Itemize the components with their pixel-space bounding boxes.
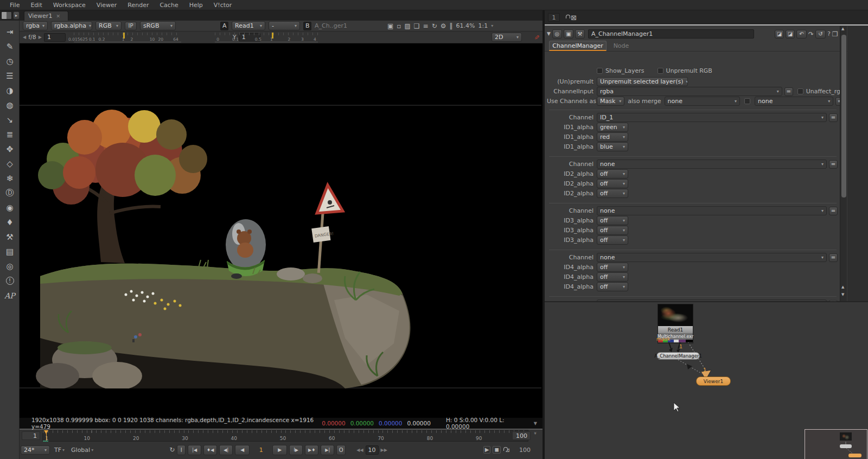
stack-icon[interactable]: ≡ [423,23,429,29]
toolbar-metadata-icon[interactable]: ♦ [0,215,20,229]
undo-icon[interactable]: ↶ [796,30,807,39]
playhead[interactable] [44,430,49,441]
toolbar-particles-icon[interactable]: ❄ [0,171,20,186]
refresh-icon[interactable]: ↻ [432,23,437,29]
next-keyframe-button[interactable]: ▶♦ [305,445,318,455]
range-end-input[interactable]: 100 [512,431,531,440]
toolbar-other-icon[interactable]: ▤ [0,244,20,259]
merge-checkbox[interactable] [744,98,750,104]
id4-alpha-select[interactable]: off▾ [597,263,628,272]
use-channels-select[interactable]: Mask▾ [597,97,624,106]
channel4-menu-button[interactable]: = [829,253,838,262]
scroll-down-icon[interactable]: ▼ [841,293,844,297]
also-merge-select[interactable]: none▾ [665,97,740,106]
float-panel-icon[interactable]: ❐ [832,31,838,37]
tab-channelmanager[interactable]: ChannelManager [549,41,607,51]
unaffect-rgb-checkbox[interactable] [797,88,803,94]
frame-ruler[interactable]: 1 10 20 30 40 50 60 70 80 90 100 [42,430,528,442]
input-a-select[interactable]: Read1▾ [232,21,265,30]
menu-workspace[interactable]: Workspace [48,2,91,9]
merge-with-select[interactable]: none▾ [755,97,833,106]
viewer-canvas[interactable]: DANGER! [20,43,542,418]
scroll-up-icon[interactable]: ▲ [841,27,844,31]
toolbar-filter-icon[interactable]: ◍ [0,98,20,112]
input-b-select[interactable]: A_Ch..ger1 [315,22,356,29]
toolbar-merge-icon[interactable]: ≣ [0,127,20,142]
toolbar-keyer-icon[interactable]: ↘ [0,112,20,127]
fstop-label[interactable]: f/8 [28,34,36,41]
channel1-select[interactable]: ID_1▾ [597,113,827,122]
id2-alpha-select[interactable]: off▾ [597,179,628,188]
scrollbar-thumb[interactable] [841,35,846,197]
properties-scrollbar[interactable]: ▲ ▲ ▼ [840,26,847,301]
wipe-mode-select[interactable]: -▾ [269,21,300,30]
lut-select[interactable]: sRGB▾ [140,21,176,30]
frame-range-scope-select[interactable]: Global▾ [69,447,95,454]
prev-keyframe-button[interactable]: ♦◀ [203,445,217,455]
channel-input-menu-button[interactable]: = [784,87,793,96]
id2-alpha-select[interactable]: off▾ [597,169,628,178]
id1-alpha-select[interactable]: red▾ [597,132,628,142]
fps-select[interactable]: 24*▾ [21,445,50,455]
tab-close-icon[interactable]: ✕ [56,14,60,19]
pane-layout-button[interactable] [1,11,12,20]
gl-color-swatch[interactable]: ◪ [786,30,795,39]
prev-frame-button[interactable]: ◀| [219,445,233,455]
unpremult-rgb-checkbox[interactable] [658,68,663,74]
channel2-menu-button[interactable]: = [829,160,838,169]
monitor-out-icon[interactable]: ▣ [387,23,393,29]
play-backward-button[interactable]: ◀ [235,445,250,455]
gamma-slider-handle[interactable] [272,33,273,39]
fstop-next-icon[interactable]: ▶ [39,35,42,40]
unpremult-select[interactable]: Unpremult selected layer(s)▾ [597,77,688,86]
toolbar-channel-icon[interactable]: ☰ [0,68,20,83]
step-forward-button[interactable]: I▶ [289,445,303,455]
pause-icon[interactable]: ‖ [449,23,452,29]
close-all-panels-icon[interactable]: ⊠ [571,14,577,21]
id4-alpha-select[interactable]: off▾ [597,282,628,291]
menu-viewer[interactable]: Viewer [91,2,122,9]
id1-alpha-select[interactable]: blue▾ [597,142,628,151]
goto-start-button[interactable]: |◀ [188,445,201,455]
channel2-select[interactable]: none▾ [597,160,827,169]
next-frame-button[interactable]: ▶| [321,445,334,455]
input-process-toggle[interactable]: IP [125,22,137,30]
display-channel-select[interactable]: RGB▾ [95,21,122,30]
gain-slider-handle[interactable] [123,33,125,39]
gain-input[interactable]: 1 [44,33,66,42]
gamma-slider[interactable]: 0 0.1 0.5 1 2 3 4 [215,33,318,42]
revert-icon[interactable]: ↺ [815,30,826,39]
step-up-icon[interactable]: ▶▶ [381,448,387,452]
show-layers-checkbox[interactable] [597,68,603,74]
roi-gear-icon[interactable]: ⚙ [441,23,446,29]
current-frame[interactable]: 1 [252,447,270,454]
toolbar-draw-icon[interactable]: ✎ [0,39,20,54]
menu-help[interactable]: Help [184,2,208,9]
timeline-splitter-icon[interactable]: » [534,432,537,435]
stop-button[interactable]: I [177,445,186,455]
postage-stamp-icon[interactable]: ▣ [564,29,573,39]
annotate-brush-icon[interactable]: ✎ [533,34,540,40]
play-button[interactable]: ▶ [272,445,287,455]
collapse-panel-icon[interactable]: ▼ [547,31,551,36]
toolbar-transform-icon[interactable]: ✥ [0,142,20,156]
id1-alpha-select[interactable]: green▾ [597,123,628,132]
channel3-select[interactable]: none▾ [597,206,827,215]
gain-slider[interactable]: 0.015625 0.1 0.2 1 2 10 20 64 [74,33,181,42]
layer-select[interactable]: rgba▾ [23,21,48,30]
id3-alpha-select[interactable]: off▾ [597,216,628,225]
menu-render[interactable]: Render [122,2,154,9]
help-icon[interactable]: ? [827,31,831,37]
toolbar-custom-ap-icon[interactable]: AP [0,288,20,303]
tab-node[interactable]: Node [609,41,634,51]
mask-overlay-icon[interactable]: ▨ [404,23,410,29]
id3-alpha-select[interactable]: off▾ [597,235,628,245]
toolbar-3d-icon[interactable]: ◇ [0,156,20,171]
center-node-icon[interactable]: ◎ [552,29,562,39]
toolbar-warning-icon[interactable]: ! [0,273,20,288]
node-graph[interactable]: Read1 Multichannel.exr mask 1 A_ChannelM… [545,301,868,459]
timeline-mode-select[interactable]: TF▾ [52,447,67,454]
proxy-ratio[interactable]: 1:1 [478,22,488,29]
redo-icon[interactable]: ↷ [808,31,814,37]
menu-cache[interactable]: Cache [154,2,183,9]
